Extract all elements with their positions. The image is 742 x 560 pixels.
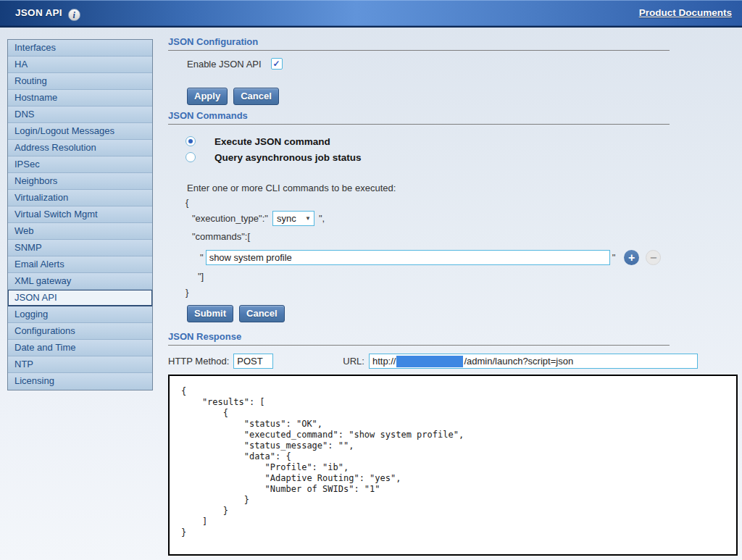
execution-type-row: "execution_type":" sync ▼ ", [192, 211, 325, 226]
json-close-brace: } [186, 287, 188, 298]
page-title-text: JSON API [15, 7, 62, 18]
submit-button[interactable]: Submit [187, 305, 233, 322]
enable-json-api-label: Enable JSON API [187, 59, 262, 70]
cli-instruction-label: Enter one or more CLI commands to be exe… [187, 183, 396, 193]
url-suffix: /admin/launch?script=json [464, 356, 573, 367]
json-response-output: { "results": [ { "status": "OK", "execut… [168, 375, 738, 556]
sidebar-item-configurations[interactable]: Configurations [8, 323, 152, 340]
sidebar-item-address-resolution[interactable]: Address Resolution [8, 140, 152, 156]
sidebar-menu: InterfacesHARoutingHostnameDNSLogin/Logo… [7, 39, 153, 390]
sidebar-item-licensing[interactable]: Licensing [8, 373, 152, 390]
execution-type-selected-value: sync [277, 213, 296, 224]
sidebar-item-xml-gateway[interactable]: XML gateway [8, 273, 152, 290]
remove-command-button[interactable]: − [646, 250, 661, 265]
enable-json-api-checkbox[interactable]: ✓ [271, 58, 283, 70]
configuration-buttons-row: Apply Cancel [187, 88, 279, 105]
sidebar-item-web[interactable]: Web [8, 223, 152, 240]
json-response-heading: JSON Response [168, 331, 670, 346]
json-response-text: { "results": [ { "status": "OK", "execut… [170, 376, 736, 548]
commands-buttons-row: Submit Cancel [187, 305, 285, 322]
add-command-button[interactable]: + [624, 250, 639, 265]
sidebar-item-snmp[interactable]: SNMP [8, 240, 152, 256]
commands-cancel-button[interactable]: Cancel [239, 305, 285, 322]
sidebar-item-virtual-switch-mgmt[interactable]: Virtual Switch Mgmt [8, 206, 152, 223]
sidebar-item-ha[interactable]: HA [8, 57, 152, 73]
enable-json-api-row: Enable JSON API ✓ [187, 58, 283, 70]
sidebar-item-neighbors[interactable]: Neighbors [8, 173, 152, 190]
commands-close-bracket: "] [198, 271, 204, 282]
sidebar-item-dns[interactable]: DNS [8, 106, 152, 123]
sidebar-item-login-logout-messages[interactable]: Login/Logout Messages [8, 123, 152, 140]
execution-type-close-quote: ", [319, 213, 325, 224]
url-redacted-host [396, 356, 463, 367]
json-commands-heading: JSON Commands [168, 110, 670, 125]
http-method-input[interactable] [233, 354, 273, 369]
json-configuration-heading: JSON Configuration [168, 36, 670, 51]
radio-option-label: Execute JSON command [214, 136, 330, 147]
radio-option-label: Query asynchronous job status [214, 152, 362, 163]
execution-type-select[interactable]: sync ▼ [272, 211, 314, 226]
command-open-quote: " [200, 252, 204, 263]
sidebar-item-virtualization[interactable]: Virtualization [8, 190, 152, 206]
sidebar-item-ipsec[interactable]: IPSec [8, 156, 152, 173]
sidebar-item-routing[interactable]: Routing [8, 73, 152, 90]
http-method-label: HTTP Method: [168, 356, 229, 367]
sidebar-item-logging[interactable]: Logging [8, 306, 152, 323]
url-label: URL: [343, 356, 364, 367]
sidebar-item-hostname[interactable]: Hostname [8, 90, 152, 106]
command-mode-radio-group: Execute JSON commandQuery asynchronous j… [168, 133, 362, 165]
radio-button-icon[interactable] [186, 152, 196, 162]
chevron-down-icon: ▼ [305, 215, 311, 222]
apply-button[interactable]: Apply [187, 88, 228, 105]
config-cancel-button[interactable]: Cancel [233, 88, 279, 105]
command-close-quote: " [612, 252, 616, 263]
sidebar-item-date-and-time[interactable]: Date and Time [8, 340, 152, 356]
commands-key: "commands":[ [192, 231, 250, 242]
sidebar-item-interfaces[interactable]: Interfaces [8, 40, 152, 57]
url-prefix: http:// [372, 356, 396, 367]
sidebar-item-json-api[interactable]: JSON API [8, 290, 152, 306]
execution-type-key: "execution_type":" [192, 213, 268, 224]
json-open-brace: { [186, 197, 188, 208]
page-title: JSON APIi [15, 0, 80, 26]
info-icon[interactable]: i [68, 9, 80, 21]
request-info-row: HTTP Method: URL: http:// /admin/launch?… [168, 354, 698, 369]
main-content: JSON Configuration Enable JSON API ✓ App… [168, 0, 742, 560]
sidebar-item-ntp[interactable]: NTP [8, 356, 152, 373]
sidebar-item-email-alerts[interactable]: Email Alerts [8, 256, 152, 273]
cli-command-input[interactable] [206, 250, 610, 265]
url-input[interactable]: http:// /admin/launch?script=json [369, 354, 698, 369]
radio-option-query-asynchronous-job-status[interactable]: Query asynchronous job status [168, 149, 362, 165]
radio-option-execute-json-command[interactable]: Execute JSON command [168, 133, 330, 149]
radio-button-icon[interactable] [186, 136, 196, 146]
command-input-row: " " + − [200, 250, 661, 265]
